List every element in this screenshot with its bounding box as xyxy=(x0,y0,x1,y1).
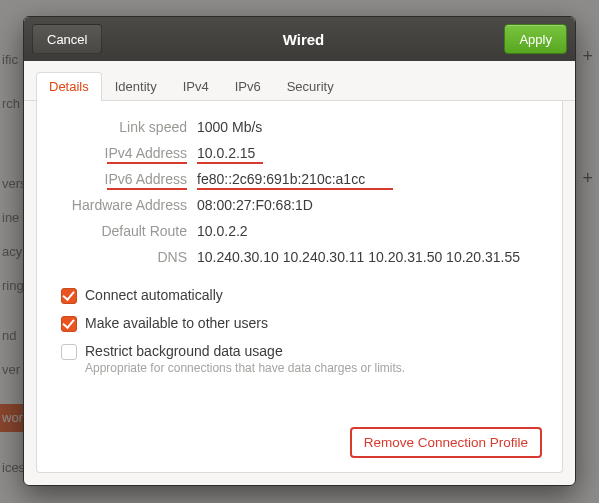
tab-ipv4[interactable]: IPv4 xyxy=(170,72,222,101)
row-ipv6-address: IPv6 Address fe80::2c69:691b:210c:a1cc xyxy=(57,171,542,187)
value-ipv4-address-text: 10.0.2.15 xyxy=(197,145,255,161)
value-hardware-address: 08:00:27:F0:68:1D xyxy=(197,197,313,213)
annotation-underline xyxy=(107,188,187,190)
option-connect-automatically[interactable]: Connect automatically xyxy=(61,287,542,303)
label-ipv4-address: IPv4 Address xyxy=(57,145,197,161)
details-panel: Link speed 1000 Mb/s IPv4 Address 10.0.2… xyxy=(36,101,563,473)
label-ipv6-address: IPv6 Address xyxy=(57,171,197,187)
cancel-button[interactable]: Cancel xyxy=(32,24,102,54)
checkbox-sublabel: Appropriate for connections that have da… xyxy=(85,361,405,375)
checkbox-label: Make available to other users xyxy=(85,315,268,331)
label-ipv6-address-text: IPv6 Address xyxy=(105,171,188,187)
annotation-underline xyxy=(107,162,187,164)
apply-button[interactable]: Apply xyxy=(504,24,567,54)
value-ipv4-address: 10.0.2.15 xyxy=(197,145,255,161)
tab-bar: Details Identity IPv4 IPv6 Security xyxy=(24,61,575,101)
option-restrict-background[interactable]: Restrict background data usage Appropria… xyxy=(61,343,542,375)
tab-security[interactable]: Security xyxy=(274,72,347,101)
row-hardware-address: Hardware Address 08:00:27:F0:68:1D xyxy=(57,197,542,213)
row-ipv4-address: IPv4 Address 10.0.2.15 xyxy=(57,145,542,161)
options-group: Connect automatically Make available to … xyxy=(61,287,542,387)
tab-ipv6[interactable]: IPv6 xyxy=(222,72,274,101)
label-link-speed: Link speed xyxy=(57,119,197,135)
row-default-route: Default Route 10.0.2.2 xyxy=(57,223,542,239)
tab-identity[interactable]: Identity xyxy=(102,72,170,101)
value-ipv6-address-text: fe80::2c69:691b:210c:a1cc xyxy=(197,171,365,187)
value-link-speed: 1000 Mb/s xyxy=(197,119,262,135)
value-ipv6-address: fe80::2c69:691b:210c:a1cc xyxy=(197,171,365,187)
label-default-route: Default Route xyxy=(57,223,197,239)
checkbox-restrict-background[interactable] xyxy=(61,344,77,360)
value-dns: 10.240.30.10 10.240.30.11 10.20.31.50 10… xyxy=(197,249,520,265)
checkbox-make-available[interactable] xyxy=(61,316,77,332)
tab-details[interactable]: Details xyxy=(36,72,102,101)
label-dns: DNS xyxy=(57,249,197,265)
label-ipv4-address-text: IPv4 Address xyxy=(105,145,188,161)
option-make-available[interactable]: Make available to other users xyxy=(61,315,542,331)
row-dns: DNS 10.240.30.10 10.240.30.11 10.20.31.5… xyxy=(57,249,542,265)
panel-footer: Remove Connection Profile xyxy=(57,427,542,458)
label-hardware-address: Hardware Address xyxy=(57,197,197,213)
dialog-title: Wired xyxy=(283,31,325,48)
annotation-underline xyxy=(197,162,263,164)
checkbox-label: Restrict background data usage xyxy=(85,343,405,359)
dialog-titlebar: Cancel Wired Apply xyxy=(24,17,575,61)
wired-connection-dialog: Cancel Wired Apply Details Identity IPv4… xyxy=(23,16,576,486)
remove-connection-button[interactable]: Remove Connection Profile xyxy=(350,427,542,458)
value-default-route: 10.0.2.2 xyxy=(197,223,248,239)
row-link-speed: Link speed 1000 Mb/s xyxy=(57,119,542,135)
checkbox-connect-automatically[interactable] xyxy=(61,288,77,304)
annotation-underline xyxy=(197,188,393,190)
checkbox-label: Connect automatically xyxy=(85,287,223,303)
